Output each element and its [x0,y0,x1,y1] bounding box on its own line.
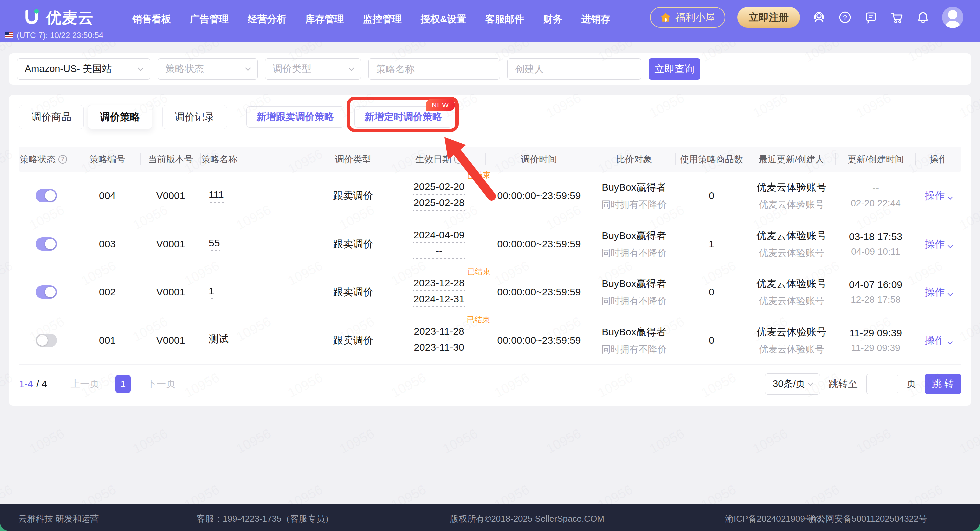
table-row: 004 V0001 111 跟卖调价 2025-02-20 2025-02-28… [19,171,961,220]
updater-cell: 优麦云体验账号 优麦云体验账号 [747,229,836,259]
strategy-toggle[interactable] [36,189,57,202]
footer-icp[interactable]: 渝ICP备2024021909号-3 [725,513,821,525]
watermark-text: 10956 [27,426,67,457]
compare-target-cell: BuyBox赢得者 同时拥有不降价 [592,325,676,356]
effective-end-date[interactable]: -- [413,245,465,259]
next-page-button[interactable]: 下一页 [147,377,176,391]
effective-end-date[interactable]: 2025-02-28 [413,197,465,211]
add-follow-sale-strategy-button[interactable]: 新增跟卖调价策略 [247,106,344,128]
current-page-button[interactable]: 1 [115,375,130,393]
strategy-panel: 调价商品 调价策略 调价记录 新增跟卖调价策略 新增定时调价策略 NEW 策略状… [9,95,971,406]
tab-reprice-strategy[interactable]: 调价策略 [88,105,152,129]
effective-end-date[interactable]: 2024-12-31 [413,293,465,307]
effective-start-date[interactable]: 2023-12-28 [413,277,465,291]
pagination-total: / 4 [37,379,47,390]
updater-cell: 优麦云体验账号 优麦云体验账号 [747,181,836,211]
version: V0001 [141,287,200,298]
help-icon[interactable]: ? [838,10,852,24]
chevron-down-icon [348,65,354,71]
nav-authorization-settings[interactable]: 授权&设置 [421,13,466,26]
col-actions: 操作 [916,147,961,171]
strategy-name-input[interactable] [368,58,500,79]
table-row: 003 V0001 55 跟卖调价 2024-04-09 -- 00:00:00… [19,220,961,268]
table-row: 001 V0001 测试 跟卖调价 2023-11-28 2023-11-30 … [19,317,961,365]
register-button[interactable]: 立即注册 [737,7,800,28]
nav-monitoring[interactable]: 监控管理 [363,13,402,26]
update-time-cell: 03-18 17:53 04-09 10:11 [836,231,916,257]
jump-page-input[interactable] [866,374,898,395]
strategy-status-select[interactable]: 策略状态 [158,58,258,79]
logo-text: 优麦云 [46,8,94,28]
watermark-text: 10956 [595,482,635,504]
tab-reprice-products[interactable]: 调价商品 [19,105,84,129]
strategy-name-link[interactable]: 55 [208,237,220,251]
page-size-select[interactable]: 30条/页 [765,373,820,395]
col-version: 当前版本号 [141,147,200,171]
row-actions-dropdown[interactable]: 操作 [925,335,952,346]
reprice-time-range: 00:00:00~23:59:59 [486,190,592,201]
strategy-toggle[interactable] [36,285,57,299]
feedback-icon[interactable] [864,10,878,24]
nav-inventory[interactable]: 库存管理 [305,13,344,26]
notifications-icon[interactable] [916,10,930,24]
strategy-id: 003 [74,238,141,249]
strategy-name-link[interactable]: 111 [208,189,224,203]
jump-button[interactable]: 跳 转 [925,374,961,395]
col-updater: 最近更新/创建人 [747,147,836,171]
tab-reprice-records[interactable]: 调价记录 [162,105,227,129]
nav-sales-dashboard[interactable]: 销售看板 [132,13,171,26]
logo[interactable]: 优麦云 [22,8,94,28]
product-count: 0 [676,190,747,201]
welfare-house-button[interactable]: 福利小屋 [650,7,725,28]
nav-service-email[interactable]: 客服邮件 [485,13,524,26]
search-button[interactable]: 立即查询 [649,58,700,79]
effective-start-date[interactable]: 2023-11-28 [414,326,464,339]
reprice-type-select[interactable]: 调价类型 [265,58,361,79]
info-icon[interactable] [58,155,67,163]
footer-police[interactable]: 渝公网安备50011202504322号 [808,513,928,525]
footer-company: 云雅科技 研发和运营 [18,513,99,525]
nav-ad-management[interactable]: 广告管理 [190,13,229,26]
svg-text:?: ? [843,14,847,21]
version: V0001 [141,238,200,249]
strategy-name-link[interactable]: 1 [208,285,214,299]
product-count: 1 [676,238,747,249]
effective-end-date[interactable]: 2023-11-30 [414,342,464,355]
pagination-range: 1-4 [19,379,33,390]
prev-page-button[interactable]: 上一页 [70,377,99,391]
strategy-toggle[interactable] [36,334,57,347]
info-icon[interactable] [454,155,463,163]
filter-panel: Amazon-US- 美国站 策略状态 调价类型 立即查询 [9,53,971,85]
creator-input[interactable] [508,58,641,79]
nav-business-analysis[interactable]: 经营分析 [248,13,286,26]
watermark-text: 10956 [905,482,945,504]
watermark-text: 10956 [647,426,687,457]
watermark-text: 10956 [854,426,893,457]
nav-purchase-sale-stock[interactable]: 进销存 [581,13,610,26]
row-actions-dropdown[interactable]: 操作 [925,190,952,201]
strategy-name-link[interactable]: 测试 [208,333,229,349]
nav-finance[interactable]: 财务 [543,13,562,26]
effective-start-date[interactable]: 2024-04-09 [413,229,465,243]
product-count: 0 [676,335,747,346]
row-actions-dropdown[interactable]: 操作 [925,238,952,249]
reprice-type: 跟卖调价 [314,189,392,203]
chevron-down-icon [245,65,251,71]
strategy-toggle[interactable] [36,237,57,250]
reprice-type: 跟卖调价 [314,285,392,299]
marketplace-value: Amazon-US- 美国站 [25,62,112,76]
col-compare-target: 比价对象 [592,147,676,171]
support-icon[interactable] [812,10,826,24]
chevron-down-icon [808,380,813,386]
marketplace-select[interactable]: Amazon-US- 美国站 [17,58,150,79]
col-strategy-status: 策略状态 [19,147,74,171]
avatar[interactable] [942,7,963,28]
effective-start-date[interactable]: 2025-02-20 [413,181,465,195]
cart-icon[interactable] [890,10,904,24]
status-tag: 已结束 [467,315,490,325]
status-tag: 已结束 [467,266,490,277]
chevron-down-icon [138,65,144,71]
update-time-cell: 11-29 09:39 11-29 09:39 [836,328,916,353]
version: V0001 [141,335,200,346]
row-actions-dropdown[interactable]: 操作 [925,287,952,298]
